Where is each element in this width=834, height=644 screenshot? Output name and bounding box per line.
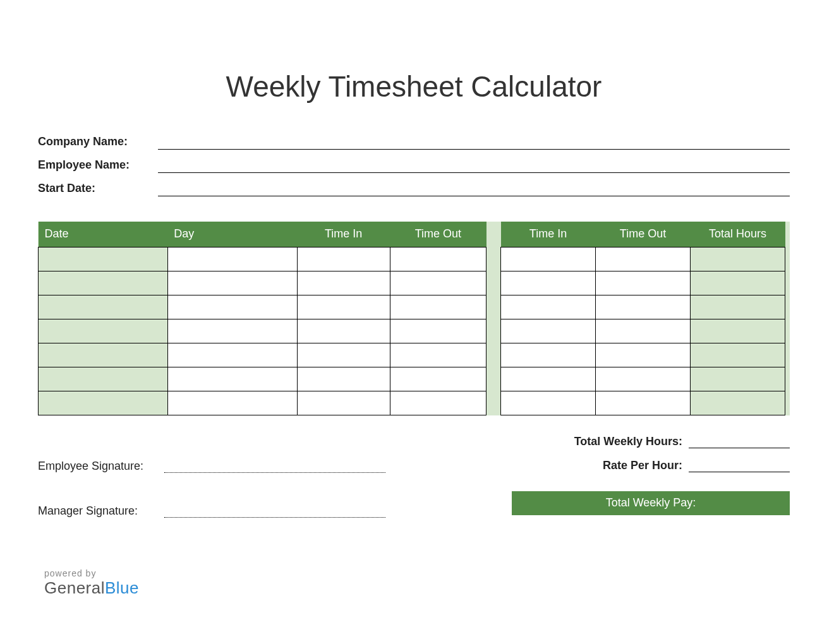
cell-date[interactable] [39,343,168,367]
manager-signature-line[interactable] [164,505,385,518]
rate-per-hour-value[interactable] [689,458,790,472]
employee-name-input[interactable] [158,159,790,173]
cell-totalhours[interactable] [691,319,785,343]
timesheet-tables: Date Day Time In Time Out Time In [38,222,790,415]
cell-timeout[interactable] [390,319,486,343]
cell-timein[interactable] [297,247,390,271]
cell-timeout2[interactable] [596,391,691,415]
meta-block: Company Name: Employee Name: Start Date: [38,135,790,196]
company-name-label: Company Name: [38,135,158,150]
cell-day[interactable] [167,247,297,271]
total-weekly-pay-label: Total Weekly Pay: [606,496,696,510]
cell-date[interactable] [39,319,168,343]
cell-timein2[interactable] [501,247,596,271]
brand-name-2: Blue [105,578,139,597]
manager-signature-label: Manager Signature: [38,504,164,518]
cell-day[interactable] [167,295,297,319]
cell-date[interactable] [39,271,168,295]
employee-name-label: Employee Name: [38,158,158,173]
cell-timeout[interactable] [390,271,486,295]
brand-name-1: General [44,578,105,597]
cell-totalhours[interactable] [691,367,785,391]
cell-timein[interactable] [297,343,390,367]
cell-day[interactable] [167,391,297,415]
cell-timeout[interactable] [390,295,486,319]
brand-logo: GeneralBlue [44,578,790,598]
cell-timeout2[interactable] [596,367,691,391]
cell-timein2[interactable] [501,343,596,367]
employee-signature-label: Employee Signature: [38,460,164,473]
col-timein-header: Time In [297,222,390,247]
cell-totalhours[interactable] [691,295,785,319]
cell-timeout2[interactable] [596,343,691,367]
page-title: Weekly Timesheet Calculator [38,69,790,104]
branding: powered by GeneralBlue [38,568,790,598]
cell-timein[interactable] [297,391,390,415]
total-weekly-pay-bar: Total Weekly Pay: [512,491,790,515]
cell-totalhours[interactable] [691,271,785,295]
company-name-input[interactable] [158,136,790,150]
cell-timein[interactable] [297,295,390,319]
cell-timeout2[interactable] [596,271,691,295]
cell-timein2[interactable] [501,271,596,295]
powered-by-text: powered by [44,568,790,578]
cell-timeout[interactable] [390,367,486,391]
col-day-header: Day [167,222,297,247]
cell-totalhours[interactable] [691,343,785,367]
total-weekly-hours-label: Total Weekly Hours: [574,435,689,448]
cell-timeout[interactable] [390,391,486,415]
start-date-input[interactable] [158,182,790,196]
cell-timein[interactable] [297,319,390,343]
cell-date[interactable] [39,247,168,271]
cell-timein2[interactable] [501,319,596,343]
cell-timein2[interactable] [501,391,596,415]
cell-timein[interactable] [297,271,390,295]
cell-totalhours[interactable] [691,391,785,415]
cell-timeout[interactable] [390,247,486,271]
cell-timein[interactable] [297,367,390,391]
rate-per-hour-label: Rate Per Hour: [603,459,689,472]
cell-timeout2[interactable] [596,295,691,319]
cell-timein2[interactable] [501,295,596,319]
timesheet-table-right: Time In Time Out Total Hours [500,222,785,415]
cell-date[interactable] [39,391,168,415]
start-date-label: Start Date: [38,182,158,196]
col-timeout2-header: Time Out [596,222,691,247]
col-timeout-header: Time Out [390,222,486,247]
cell-totalhours[interactable] [691,247,785,271]
total-weekly-hours-value[interactable] [689,434,790,448]
cell-date[interactable] [39,295,168,319]
timesheet-table-left: Date Day Time In Time Out [38,222,486,415]
cell-timein2[interactable] [501,367,596,391]
cell-day[interactable] [167,343,297,367]
cell-date[interactable] [39,367,168,391]
cell-timeout[interactable] [390,343,486,367]
cell-timeout2[interactable] [596,247,691,271]
cell-day[interactable] [167,367,297,391]
col-date-header: Date [39,222,168,247]
cell-day[interactable] [167,271,297,295]
cell-timeout2[interactable] [596,319,691,343]
col-totalhours-header: Total Hours [691,222,785,247]
cell-day[interactable] [167,319,297,343]
col-timein2-header: Time In [501,222,596,247]
employee-signature-line[interactable] [164,460,385,473]
